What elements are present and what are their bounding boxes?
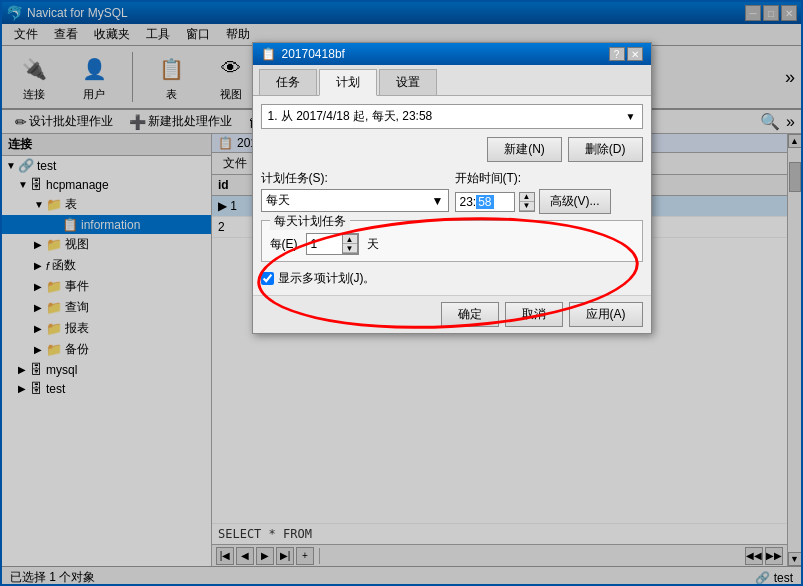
show-multiple-checkbox[interactable] xyxy=(261,272,274,285)
apply-button[interactable]: 应用(A) xyxy=(569,302,643,327)
schedule-form: 计划任务(S): 每天 ▼ 开始时间(T): 23:58 xyxy=(261,170,643,214)
time-spinner[interactable]: ▲ ▼ xyxy=(519,192,535,212)
schedule-dropdown[interactable]: 1. 从 2017/4/18 起, 每天, 23:58 ▼ xyxy=(261,104,643,129)
tab-settings[interactable]: 设置 xyxy=(379,69,437,95)
every-label: 每(E) xyxy=(270,236,298,253)
every-spinner[interactable]: ▲ ▼ xyxy=(342,234,358,254)
dialog-body: 1. 从 2017/4/18 起, 每天, 23:58 ▼ 新建(N) 删除(D… xyxy=(253,96,651,295)
ok-button[interactable]: 确定 xyxy=(441,302,499,327)
task-type-label: 计划任务(S): xyxy=(261,170,449,187)
dialog: 📋 20170418bf ? ✕ 任务 计划 设置 1. 从 2017 xyxy=(252,42,652,334)
time-hour: 23: xyxy=(460,195,477,209)
cancel-button[interactable]: 取消 xyxy=(505,302,563,327)
schedule-text: 1. 从 2017/4/18 起, 每天, 23:58 xyxy=(268,108,622,125)
daily-row: 每(E) ▲ ▼ 天 xyxy=(270,233,634,255)
dialog-titlebar: 📋 20170418bf ? ✕ xyxy=(253,43,651,65)
every-spin-down[interactable]: ▼ xyxy=(343,244,357,253)
dialog-controls: ? ✕ xyxy=(609,47,643,61)
start-time-label: 开始时间(T): xyxy=(455,170,643,187)
time-input[interactable]: 23:58 xyxy=(455,192,515,212)
task-type-select[interactable]: 每天 ▼ xyxy=(261,189,449,212)
new-schedule-button[interactable]: 新建(N) xyxy=(487,137,562,162)
delete-schedule-button[interactable]: 删除(D) xyxy=(568,137,643,162)
modal-overlay: 📋 20170418bf ? ✕ 任务 计划 设置 1. 从 2017 xyxy=(2,2,801,584)
section-title: 每天计划任务 xyxy=(270,213,350,230)
task-type-group: 计划任务(S): 每天 ▼ xyxy=(261,170,449,214)
dialog-icon: 📋 xyxy=(261,47,276,61)
dialog-title: 20170418bf xyxy=(282,47,609,61)
daily-task-section: 每天计划任务 每(E) ▲ ▼ 天 xyxy=(261,220,643,262)
dialog-tabs: 任务 计划 设置 xyxy=(253,65,651,96)
time-min: 58 xyxy=(476,195,493,209)
every-value-input[interactable] xyxy=(307,235,342,253)
advanced-button[interactable]: 高级(V)... xyxy=(539,189,611,214)
schedule-buttons: 新建(N) 删除(D) xyxy=(261,137,643,162)
dialog-help[interactable]: ? xyxy=(609,47,625,61)
tab-schedule[interactable]: 计划 xyxy=(319,69,377,96)
schedule-dropdown-arrow[interactable]: ▼ xyxy=(626,111,636,122)
start-time-group: 开始时间(T): 23:58 ▲ ▼ 高级(V)... xyxy=(455,170,643,214)
select-arrow: ▼ xyxy=(432,194,444,208)
every-input[interactable]: ▲ ▼ xyxy=(306,233,359,255)
show-multiple-label: 显示多项计划(J)。 xyxy=(278,270,376,287)
spin-down[interactable]: ▼ xyxy=(520,202,534,211)
show-multiple-row: 显示多项计划(J)。 xyxy=(261,270,643,287)
dialog-close[interactable]: ✕ xyxy=(627,47,643,61)
tab-task[interactable]: 任务 xyxy=(259,69,317,95)
time-input-row: 23:58 ▲ ▼ 高级(V)... xyxy=(455,189,643,214)
dialog-footer: 确定 取消 应用(A) xyxy=(253,295,651,333)
day-label: 天 xyxy=(367,236,379,253)
